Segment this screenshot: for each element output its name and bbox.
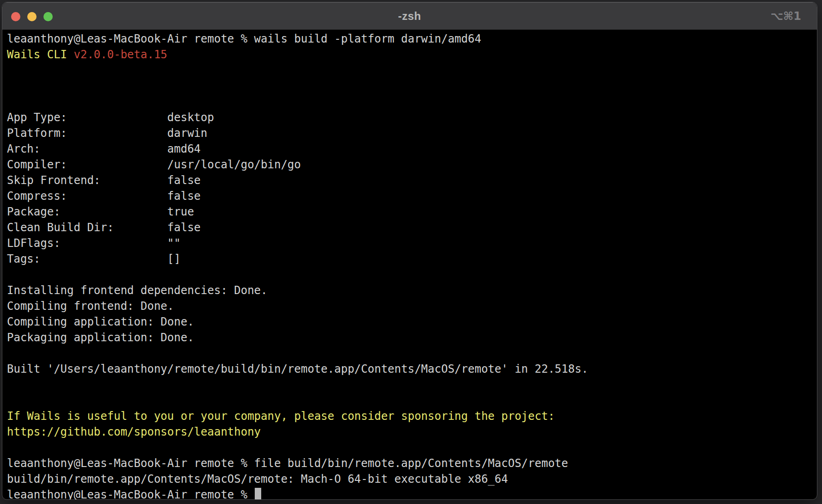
close-button[interactable] [11,12,20,21]
terminal-line [7,62,814,78]
terminal-line: Compiling frontend: Done. [7,298,814,314]
terminal-line: Installing frontend dependencies: Done. [7,283,814,298]
terminal-line: If Wails is useful to you or your compan… [7,408,814,424]
window-shortcut-badge: ⌥⌘1 [770,10,801,23]
terminal-text-segment: Compiling frontend: Done. [7,300,174,313]
terminal-line: leaanthony@Leas-MacBook-Air remote % fil… [7,455,814,471]
terminal-line [7,78,814,94]
terminal-text-segment: v2.0.0-beta.15 [74,48,167,61]
terminal-line [7,94,814,110]
terminal-text-segment: LDFlags: "" [7,237,181,250]
terminal-text-segment: Packaging application: Done. [7,331,194,344]
desktop-backdrop: -zsh ⌥⌘1 leaanthony@Leas-MacBook-Air rem… [0,0,822,504]
terminal-text-segment: Clean Build Dir: false [7,221,201,234]
terminal-text-segment: leaanthony@Leas-MacBook-Air remote % [7,488,254,500]
terminal-text-segment: Skip Frontend: false [7,174,201,187]
terminal-text-segment: Compress: false [7,190,201,203]
traffic-lights [11,12,53,21]
terminal-text-segment: build/bin/remote.app/Contents/MacOS/remo… [7,473,508,486]
terminal-line: Wails CLI v2.0.0-beta.15 [7,47,814,62]
window-title: -zsh [398,10,421,23]
terminal-text-segment: leaanthony@Leas-MacBook-Air remote % wai… [7,32,481,45]
terminal-line: Clean Build Dir: false [7,220,814,235]
terminal-line: Arch: amd64 [7,141,814,157]
terminal-cursor [255,488,261,500]
terminal-output[interactable]: leaanthony@Leas-MacBook-Air remote % wai… [2,30,817,500]
terminal-text-segment: If Wails is useful to you or your compan… [7,410,555,423]
terminal-line: Packaging application: Done. [7,330,814,345]
terminal-line: leaanthony@Leas-MacBook-Air remote % [7,487,814,500]
terminal-text-segment: leaanthony@Leas-MacBook-Air remote % fil… [7,457,568,470]
terminal-line: leaanthony@Leas-MacBook-Air remote % wai… [7,31,814,47]
terminal-line [7,377,814,393]
terminal-text-segment: Wails CLI [7,48,74,61]
terminal-window: -zsh ⌥⌘1 leaanthony@Leas-MacBook-Air rem… [2,2,817,500]
terminal-line [7,440,814,455]
terminal-line: Package: true [7,204,814,220]
terminal-text-segment: https://github.com/sponsors/leaanthony [7,425,261,438]
terminal-line: Skip Frontend: false [7,172,814,188]
titlebar[interactable]: -zsh ⌥⌘1 [2,2,817,30]
terminal-line: https://github.com/sponsors/leaanthony [7,424,814,440]
terminal-text-segment: Tags: [] [7,252,181,265]
terminal-text-segment: App Type: desktop [7,111,214,124]
terminal-line [7,267,814,283]
minimize-button[interactable] [27,12,37,21]
terminal-text-segment: Built '/Users/leaanthony/remote/build/bi… [7,363,588,375]
terminal-line: App Type: desktop [7,110,814,125]
terminal-line: Compiler: /usr/local/go/bin/go [7,157,814,172]
terminal-line [7,393,814,408]
terminal-line: build/bin/remote.app/Contents/MacOS/remo… [7,471,814,487]
terminal-text-segment: Package: true [7,205,194,218]
terminal-line [7,345,814,361]
terminal-line: Compress: false [7,188,814,204]
terminal-text-segment: Compiler: /usr/local/go/bin/go [7,158,301,171]
terminal-text-segment: Platform: darwin [7,127,207,140]
terminal-line: Tags: [] [7,251,814,267]
terminal-line: LDFlags: "" [7,235,814,251]
terminal-text-segment: Installing frontend dependencies: Done. [7,284,268,297]
terminal-line: Compiling application: Done. [7,314,814,330]
zoom-button[interactable] [43,12,53,21]
terminal-text-segment: Arch: amd64 [7,142,201,155]
terminal-line: Platform: darwin [7,125,814,141]
terminal-text-segment: Compiling application: Done. [7,315,194,328]
terminal-line: Built '/Users/leaanthony/remote/build/bi… [7,361,814,377]
